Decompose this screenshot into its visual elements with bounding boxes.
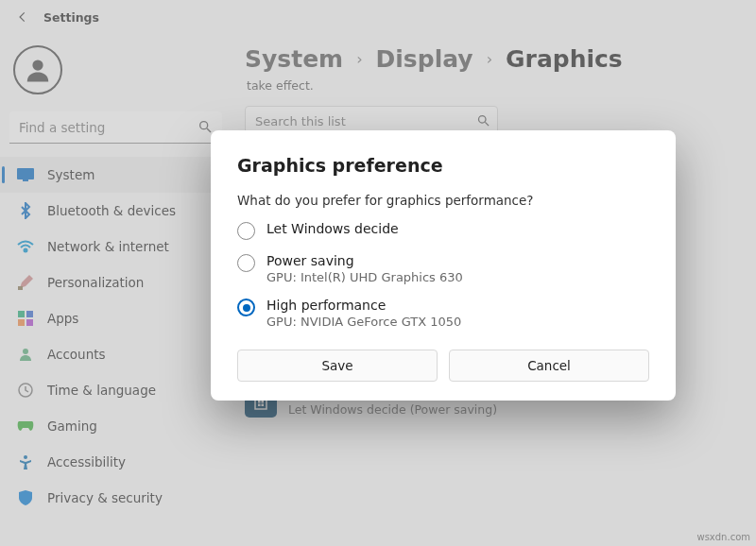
option-let-windows-decide[interactable]: Let Windows decide [237, 221, 649, 240]
option-label: High performance [266, 298, 461, 313]
option-power-saving[interactable]: Power saving GPU: Intel(R) UHD Graphics … [237, 253, 649, 284]
person-icon [24, 56, 52, 84]
nav-apps[interactable]: Apps [0, 300, 232, 336]
svg-rect-8 [26, 311, 33, 317]
svg-rect-17 [262, 401, 265, 403]
radio-icon [237, 222, 255, 240]
option-label: Let Windows decide [266, 221, 399, 236]
shield-icon [17, 489, 34, 506]
nav-gaming[interactable]: Gaming [0, 408, 232, 444]
search-icon [198, 119, 213, 134]
chevron-right-icon: › [356, 50, 362, 68]
svg-rect-3 [17, 168, 34, 179]
svg-line-15 [485, 122, 489, 126]
nav-label: Privacy & security [47, 490, 163, 505]
radio-icon-selected [237, 299, 255, 316]
notice-text: take effect. [247, 78, 756, 93]
nav-label: Gaming [47, 418, 97, 434]
nav-label: Personalization [47, 275, 144, 290]
nav-personalization[interactable]: Personalization [0, 264, 232, 300]
window-title: Settings [43, 10, 99, 25]
breadcrumb-graphics: Graphics [506, 45, 623, 73]
save-button[interactable]: Save [237, 350, 438, 382]
dialog-subtitle: What do you prefer for graphics performa… [237, 193, 649, 208]
radio-icon [237, 254, 255, 272]
svg-rect-19 [262, 404, 265, 407]
breadcrumb: System › Display › Graphics [245, 45, 756, 73]
nav-list: System Bluetooth & devices Network & int… [0, 157, 232, 516]
display-icon [17, 166, 34, 183]
accessibility-icon [17, 453, 34, 470]
nav-label: Apps [47, 311, 78, 326]
dialog-title: Graphics preference [237, 155, 649, 176]
apps-icon [17, 310, 34, 327]
svg-rect-9 [18, 319, 25, 326]
svg-rect-6 [18, 286, 23, 290]
sidebar: System Bluetooth & devices Network & int… [0, 34, 232, 546]
breadcrumb-display[interactable]: Display [376, 45, 473, 73]
titlebar: Settings [0, 0, 756, 34]
paintbrush-icon [17, 274, 34, 291]
dialog-actions: Save Cancel [237, 350, 649, 382]
nav-bluetooth[interactable]: Bluetooth & devices [0, 193, 232, 229]
option-gpu: GPU: Intel(R) UHD Graphics 630 [266, 270, 463, 284]
svg-rect-7 [18, 311, 25, 317]
watermark: wsxdn.com [696, 532, 750, 542]
svg-rect-18 [258, 404, 261, 407]
breadcrumb-system[interactable]: System [245, 45, 343, 73]
nav-system[interactable]: System [0, 157, 232, 193]
nav-label: Accessibility [47, 454, 126, 469]
cancel-button[interactable]: Cancel [449, 350, 649, 382]
find-setting-search[interactable] [9, 111, 222, 144]
svg-point-1 [200, 122, 208, 129]
svg-point-14 [479, 116, 487, 124]
option-label: Power saving [266, 253, 463, 268]
graphics-preference-dialog: Graphics preference What do you prefer f… [211, 130, 676, 401]
nav-label: Time & language [47, 383, 156, 398]
svg-point-0 [32, 60, 43, 70]
nav-accounts[interactable]: Accounts [0, 336, 232, 372]
back-button[interactable] [9, 4, 36, 30]
option-gpu: GPU: NVIDIA GeForce GTX 1050 [266, 315, 461, 329]
nav-privacy[interactable]: Privacy & security [0, 480, 232, 516]
wifi-icon [17, 238, 34, 255]
chevron-right-icon: › [487, 50, 492, 68]
accounts-icon [17, 346, 34, 363]
search-icon [476, 113, 490, 128]
nav-network[interactable]: Network & internet [0, 229, 232, 264]
nav-label: Accounts [47, 347, 106, 362]
svg-point-5 [25, 249, 27, 252]
gaming-icon [17, 418, 34, 435]
nav-accessibility[interactable]: Accessibility [0, 444, 232, 480]
svg-rect-4 [23, 179, 28, 181]
nav-label: Bluetooth & devices [47, 203, 176, 218]
tile-subtitle: Let Windows decide (Power saving) [288, 402, 497, 417]
user-avatar[interactable] [13, 45, 62, 94]
nav-time-language[interactable]: Time & language [0, 372, 232, 408]
bluetooth-icon [17, 202, 34, 219]
arrow-left-icon [16, 10, 29, 24]
svg-line-2 [207, 128, 211, 132]
svg-point-13 [24, 455, 27, 459]
nav-label: System [47, 167, 94, 182]
option-high-performance[interactable]: High performance GPU: NVIDIA GeForce GTX… [237, 298, 649, 329]
svg-rect-10 [26, 319, 33, 326]
clock-icon [17, 382, 34, 399]
nav-label: Network & internet [47, 239, 169, 254]
svg-point-11 [23, 349, 28, 354]
svg-rect-16 [258, 401, 261, 403]
find-setting-input[interactable] [9, 111, 222, 144]
